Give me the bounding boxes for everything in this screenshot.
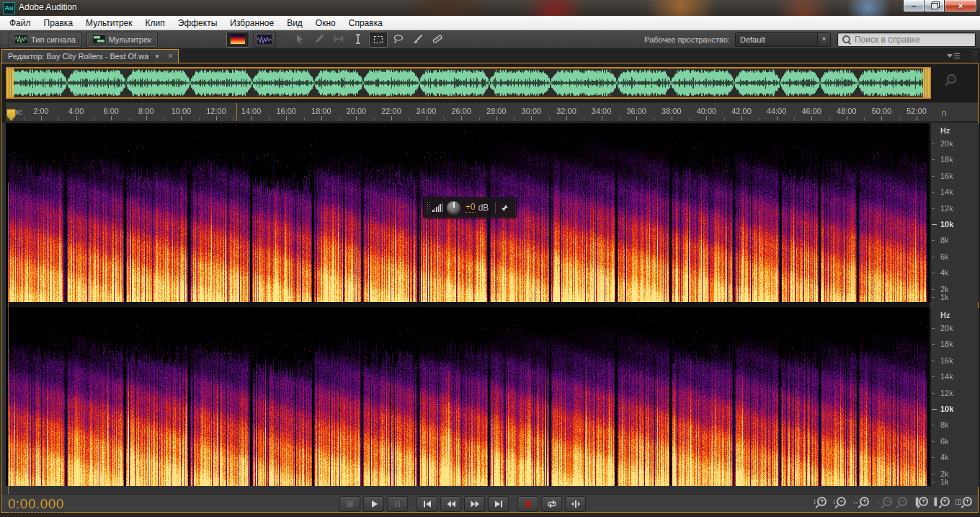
multitrack-button[interactable]: Мультитрек xyxy=(87,32,157,47)
waveform-view-label: Тип сигнала xyxy=(31,35,76,44)
zoom-out-vertical-button[interactable]: ↕− xyxy=(832,497,846,506)
playhead-handle[interactable] xyxy=(6,109,16,121)
fast-forward-button[interactable] xyxy=(464,496,485,512)
zoom-to-in-point-button[interactable]: ▐+ xyxy=(913,497,928,506)
panel-menu-icon[interactable] xyxy=(947,53,960,59)
playhead-line xyxy=(8,182,9,517)
toolbar-grip[interactable] xyxy=(3,34,6,45)
marquee-selection-tool[interactable] xyxy=(369,32,388,48)
pin-icon[interactable] xyxy=(501,204,509,212)
ruler-minor-tick xyxy=(129,118,130,120)
zoom-direction-glyph: ↔ xyxy=(852,498,859,505)
app-icon: Au xyxy=(3,2,15,14)
skip-to-start-button[interactable] xyxy=(416,496,437,512)
freq-tick xyxy=(932,240,935,241)
bandaid-icon xyxy=(432,33,443,45)
freq-label-16k: 16k xyxy=(940,356,953,365)
freq-tick xyxy=(932,328,935,329)
razor-icon xyxy=(313,33,325,45)
menu-item-Избранное[interactable]: Избранное xyxy=(223,17,280,30)
restore-button[interactable] xyxy=(925,0,945,12)
overview-waveform[interactable] xyxy=(7,69,930,97)
skip-end-icon xyxy=(492,498,505,510)
ruler-minor-tick xyxy=(479,118,480,120)
ruler-label: 4:00 xyxy=(68,107,84,115)
tab-close-icon[interactable]: × xyxy=(164,51,178,61)
gain-value[interactable]: +0 xyxy=(466,203,476,213)
ruler-minor-tick xyxy=(794,118,795,120)
channel-divider[interactable] xyxy=(6,302,930,308)
zoom-to-selection-button[interactable]: ◫+ xyxy=(956,497,972,506)
display-toggle-group xyxy=(226,32,280,48)
transport-bar: 0:00.000 ↕+↕−↔+↔−−▐+▌+◫+ xyxy=(1,494,978,512)
lasso-selection-tool[interactable] xyxy=(390,32,407,46)
navigator-right-handle[interactable] xyxy=(923,69,930,97)
magnet-icon[interactable]: ∩ xyxy=(940,107,948,118)
navigator-zoom-out-icon: − xyxy=(947,74,956,84)
menu-item-Файл[interactable]: Файл xyxy=(3,17,37,30)
menu-item-Клип[interactable]: Клип xyxy=(139,17,172,30)
magnifier-icon: + xyxy=(919,497,928,506)
freq-tick xyxy=(932,208,935,209)
waveform-display-toggle[interactable] xyxy=(253,32,276,48)
ruler-minor-tick xyxy=(199,118,200,120)
menu-item-Мультитрек[interactable]: Мультитрек xyxy=(79,17,138,30)
play-button[interactable] xyxy=(363,496,384,512)
current-time-display[interactable]: 0:00.000 xyxy=(8,496,64,513)
freq-label-1k: 1k xyxy=(940,293,949,301)
time-ruler[interactable]: чмс ∩ 2:004:006:008:0010:0012:0014:0016:… xyxy=(6,102,978,122)
cursor-arrow-icon xyxy=(294,33,306,45)
gain-knob[interactable] xyxy=(446,200,461,216)
freq-tick xyxy=(932,441,935,442)
waveform-view-button[interactable]: Тип сигнала xyxy=(9,32,81,47)
zoom-navigator[interactable] xyxy=(6,67,931,99)
fast-forward-icon xyxy=(468,498,481,510)
menu-item-Справка[interactable]: Справка xyxy=(342,17,389,30)
ruler-minor-tick xyxy=(444,118,445,120)
restore-icon xyxy=(931,3,938,9)
close-button[interactable]: × xyxy=(945,0,977,12)
workspace-dropdown[interactable]: Default ▼ xyxy=(735,32,831,47)
skip-selection-button[interactable] xyxy=(565,496,586,512)
zoom-to-out-point-button[interactable]: ▌+ xyxy=(934,497,949,506)
ruler-major-tick xyxy=(41,116,42,120)
time-selection-tool[interactable] xyxy=(349,32,367,46)
editor-tab[interactable]: Редактор: Bay City Rollers - Best Of.wav… xyxy=(2,50,178,63)
zoom-in-horizontal-button[interactable]: ↔+ xyxy=(852,497,869,506)
menu-item-Вид[interactable]: Вид xyxy=(280,17,309,30)
skip-to-end-button[interactable] xyxy=(488,496,509,512)
frequency-scale-left[interactable]: Hz20k18k16k14k12k10k8k6k4k2k1k xyxy=(930,123,979,302)
freq-scale-header: Hz xyxy=(940,126,950,135)
ruler-minor-tick xyxy=(654,118,655,120)
spectral-display-toggle[interactable] xyxy=(226,32,249,48)
tab-bar-grip[interactable] xyxy=(973,50,977,61)
ruler-major-tick xyxy=(672,116,672,120)
ruler-minor-tick xyxy=(619,118,620,120)
tab-dropdown-icon[interactable]: ▼ xyxy=(149,52,164,61)
gain-hud[interactable]: +0 dB xyxy=(423,197,517,218)
chevron-down-icon: ▼ xyxy=(817,33,830,46)
ruler-major-tick xyxy=(847,116,847,120)
help-search-box[interactable] xyxy=(837,32,976,47)
rewind-button[interactable] xyxy=(440,496,461,512)
zoom-in-vertical-button[interactable]: ↕+ xyxy=(813,497,827,506)
menu-item-Эффекты[interactable]: Эффекты xyxy=(172,17,224,30)
ruler-label: 40:00 xyxy=(697,107,717,115)
navigator-left-handle[interactable] xyxy=(7,69,14,97)
ruler-major-tick xyxy=(286,116,287,120)
help-search-input[interactable] xyxy=(853,34,975,45)
loop-playback-button[interactable] xyxy=(541,496,562,512)
spot-healing-brush-tool[interactable] xyxy=(429,32,446,46)
record-button[interactable] xyxy=(517,496,538,512)
frequency-scale-right[interactable]: Hz20k18k16k14k12k10k8k6k4k2k1k xyxy=(930,308,979,487)
minimize-button[interactable]: – xyxy=(903,0,925,12)
spectrogram-right-channel[interactable] xyxy=(6,308,930,486)
hud-grip[interactable] xyxy=(427,201,430,214)
menu-item-Правка[interactable]: Правка xyxy=(37,17,80,30)
ruler-label: 38:00 xyxy=(662,107,682,115)
menu-item-Окно[interactable]: Окно xyxy=(309,17,342,30)
title-bar[interactable]: Au Adobe Audition – × xyxy=(0,0,980,16)
paintbrush-selection-tool[interactable] xyxy=(409,32,427,46)
ruler-major-tick xyxy=(636,116,637,120)
ruler-major-tick xyxy=(496,116,497,120)
